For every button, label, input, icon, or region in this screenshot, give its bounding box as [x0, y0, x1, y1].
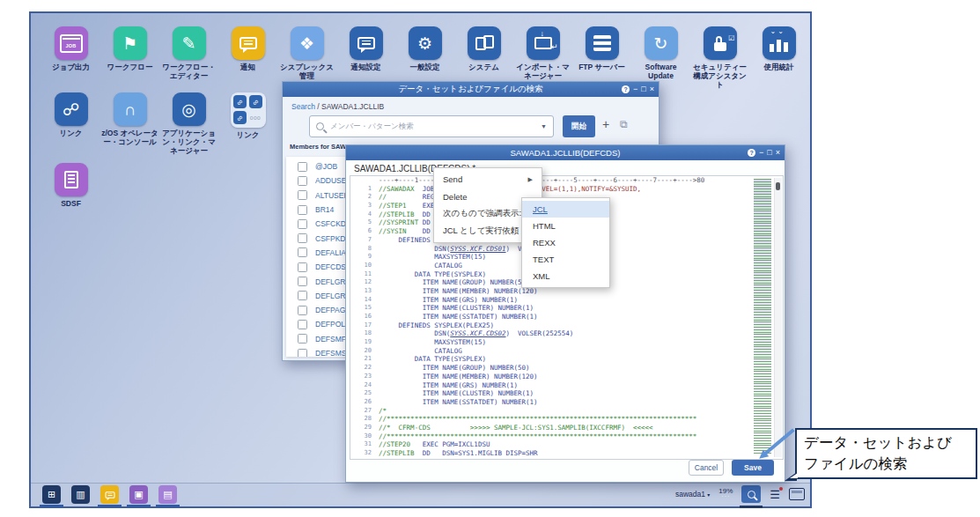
- start-search-button[interactable]: 開始: [563, 115, 595, 137]
- save-button[interactable]: Save: [732, 460, 774, 476]
- desktop-icon-application-linking-manager[interactable]: ◎アプリケーション・リンク・マネージャー: [159, 92, 218, 156]
- add-icon[interactable]: +: [602, 118, 609, 130]
- member-checkbox[interactable]: [298, 190, 307, 200]
- link-icon[interactable]: ∞: [249, 95, 262, 108]
- submenu-item-text[interactable]: TEXT: [522, 251, 609, 268]
- desktop-icon-link-group[interactable]: ∞∞∞oooリンク: [218, 92, 277, 156]
- chevron-down-icon[interactable]: ▼: [541, 123, 547, 129]
- desktop-icon-zos-operator-console[interactable]: ∩z/OS オペレーター・コンソール: [100, 92, 159, 156]
- taskbar-app-app-launcher[interactable]: ⊞: [42, 485, 61, 504]
- submenu-item-jcl[interactable]: JCL: [522, 201, 609, 218]
- workflow-editor-icon: ✎: [182, 35, 196, 52]
- desktop-icon-general-settings[interactable]: ⚙一般設定: [395, 26, 454, 90]
- code-line: 24 ITEM NAME(GRS) NUMBER(1): [350, 381, 783, 390]
- member-checkbox[interactable]: [298, 334, 307, 343]
- desktop-icon-sdsf[interactable]: SDSF: [41, 163, 100, 208]
- member-checkbox[interactable]: [298, 233, 307, 243]
- minimize-icon[interactable]: −: [759, 149, 763, 157]
- member-checkbox[interactable]: [298, 349, 307, 358]
- member-name-link[interactable]: DEFSMS: [315, 349, 346, 357]
- taskbar-app-running-app-stripes[interactable]: ▥: [71, 485, 90, 504]
- taskbar-search-button[interactable]: [741, 485, 761, 503]
- icon-row-1: JOBジョブ出力⚑ワークフロー✎ワークフロー・エディター通知❖シスプレックス管理…: [41, 26, 808, 90]
- member-checkbox[interactable]: [298, 176, 307, 186]
- member-name-link[interactable]: BR14: [315, 205, 334, 214]
- desktop-icon-usage-statistics[interactable]: 使用統計: [749, 26, 808, 90]
- desktop-icon-notifications[interactable]: 通知: [218, 26, 277, 90]
- member-checkbox[interactable]: [298, 262, 307, 272]
- taskbar-app-running-app-purple[interactable]: ▣: [129, 485, 148, 504]
- code-line: 15 ITEM NAME(CLUSTER) NUMBER(1): [350, 304, 783, 313]
- general-settings-icon: ⚙: [417, 35, 432, 52]
- code-line: 13 ITEM NAME(MEMBER) NUMBER(120): [350, 287, 783, 296]
- submenu-item-rexx[interactable]: REXX: [522, 234, 609, 251]
- member-name-link[interactable]: ALTUSER: [315, 191, 350, 200]
- ftp-servers-tile: [586, 26, 619, 60]
- link-icon[interactable]: ∞: [233, 111, 247, 124]
- member-name-link[interactable]: @JOB: [315, 162, 337, 171]
- import-manager-icon: [534, 37, 552, 49]
- desktop-icon-label: システム: [468, 63, 499, 71]
- desktop-icon-ftp-servers[interactable]: FTP サーバー: [572, 26, 631, 90]
- close-icon[interactable]: ×: [650, 85, 654, 93]
- desktop-icon-job-output[interactable]: JOBジョブ出力: [41, 26, 100, 90]
- link-icon[interactable]: ∞: [233, 95, 247, 108]
- context-menu-item[interactable]: Send▶: [434, 171, 542, 188]
- duplicate-icon[interactable]: ⧉: [620, 119, 628, 129]
- job-output-icon: JOB: [60, 34, 83, 53]
- submenu-item-xml[interactable]: XML: [522, 268, 609, 284]
- maximize-icon[interactable]: □: [767, 149, 771, 157]
- maximize-icon[interactable]: □: [641, 85, 645, 93]
- jcl-editor-titlebar[interactable]: SAWADA1.JCLLIB(DEFCDS) ?−□×: [346, 145, 785, 160]
- search-icon: [316, 122, 324, 130]
- usage-statistics-tile: [763, 26, 796, 60]
- desktop-icon-label: Software Update: [631, 63, 690, 80]
- dataset-search-titlebar[interactable]: データ・セットおよびファイルの検索 ?−□×: [283, 82, 659, 97]
- member-checkbox[interactable]: [298, 247, 307, 257]
- sysplex-management-icon: ❖: [299, 35, 314, 52]
- jcl-editor-dialog: SAWADA1.JCLLIB(DEFCDS) ?−□× SAWADA1.JCLL…: [345, 144, 785, 483]
- code-line: 25 ITEM NAME(CLUSTER) NUMBER(1): [350, 389, 783, 398]
- taskbar-apps: ⊞▥▣▤: [42, 485, 177, 504]
- member-checkbox[interactable]: [298, 205, 307, 215]
- breadcrumb-search-link[interactable]: Search: [291, 102, 315, 111]
- member-pattern-search-input[interactable]: メンバー・パターン検索 ▼: [309, 115, 554, 137]
- member-name-link[interactable]: DEFCDS: [315, 262, 346, 271]
- vertical-scrollbar[interactable]: [774, 178, 782, 457]
- code-line: 27/*: [350, 407, 783, 416]
- desktop-icon-workflow[interactable]: ⚑ワークフロー: [100, 26, 159, 90]
- desktop-icon-label: SDSF: [61, 199, 81, 208]
- member-name-link[interactable]: DEFSMF: [315, 335, 346, 343]
- member-checkbox[interactable]: [298, 291, 307, 300]
- member-checkbox[interactable]: [298, 320, 307, 329]
- close-icon[interactable]: ×: [776, 149, 780, 157]
- help-icon[interactable]: ?: [748, 149, 755, 157]
- workflow-tile: ⚑: [114, 26, 147, 60]
- scrollbar-handle[interactable]: [776, 182, 780, 190]
- usage-indicator[interactable]: 19%···: [718, 489, 733, 500]
- taskbar-app-running-app-notifications[interactable]: [100, 485, 119, 504]
- desktop-icon-sysplex-management[interactable]: ❖シスプレックス管理: [277, 26, 336, 90]
- minimize-icon[interactable]: −: [633, 85, 637, 93]
- desktop-icon-systems[interactable]: システム: [454, 26, 513, 90]
- user-menu[interactable]: sawada1 ▾: [675, 490, 710, 499]
- member-checkbox[interactable]: [298, 306, 307, 315]
- desktop-icon-links[interactable]: ☍リンク: [41, 92, 100, 156]
- desktop-icon-label: リンク: [236, 130, 259, 139]
- desktop-icon-workflow-editor[interactable]: ✎ワークフロー・エディター: [159, 26, 218, 90]
- console-icon[interactable]: [789, 488, 805, 500]
- cancel-button[interactable]: Cancel: [689, 460, 724, 476]
- desktop-icon-import-manager[interactable]: インポート・マネージャー: [513, 26, 572, 90]
- member-checkbox[interactable]: [298, 219, 307, 229]
- taskbar-app-running-app-search-doc[interactable]: ▤: [158, 485, 177, 504]
- menu-button[interactable]: ☰: [770, 489, 780, 500]
- member-name-link[interactable]: DEFPOL: [315, 320, 345, 329]
- desktop-icon-software-update[interactable]: ↻Software Update: [631, 26, 690, 90]
- desktop-icon-security-config-assistant[interactable]: セキュリティー構成アシスタント: [690, 26, 749, 90]
- desktop-icon-notification-settings[interactable]: 通知設定: [336, 26, 395, 90]
- member-checkbox[interactable]: [298, 277, 307, 286]
- member-checkbox[interactable]: [298, 162, 307, 172]
- submenu-item-html[interactable]: HTML: [522, 218, 609, 234]
- help-icon[interactable]: ?: [622, 85, 630, 93]
- member-name-link[interactable]: DEFLGR: [315, 277, 345, 286]
